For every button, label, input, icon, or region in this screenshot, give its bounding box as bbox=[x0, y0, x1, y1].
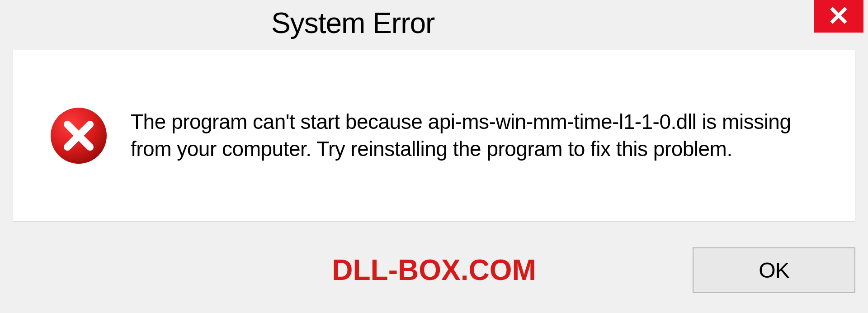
ok-button-label: OK bbox=[759, 258, 789, 283]
close-icon bbox=[828, 5, 849, 28]
error-dialog: System Error bbox=[0, 0, 868, 313]
content-panel: The program can't start because api-ms-w… bbox=[13, 50, 855, 222]
titlebar: System Error bbox=[0, 0, 868, 43]
error-icon bbox=[49, 106, 108, 165]
watermark-text: DLL-BOX.COM bbox=[332, 253, 536, 287]
footer: DLL-BOX.COM OK bbox=[13, 241, 855, 299]
error-message: The program can't start because api-ms-w… bbox=[131, 109, 819, 163]
ok-button[interactable]: OK bbox=[693, 247, 855, 293]
dialog-title: System Error bbox=[271, 6, 434, 40]
close-button[interactable] bbox=[814, 0, 863, 33]
